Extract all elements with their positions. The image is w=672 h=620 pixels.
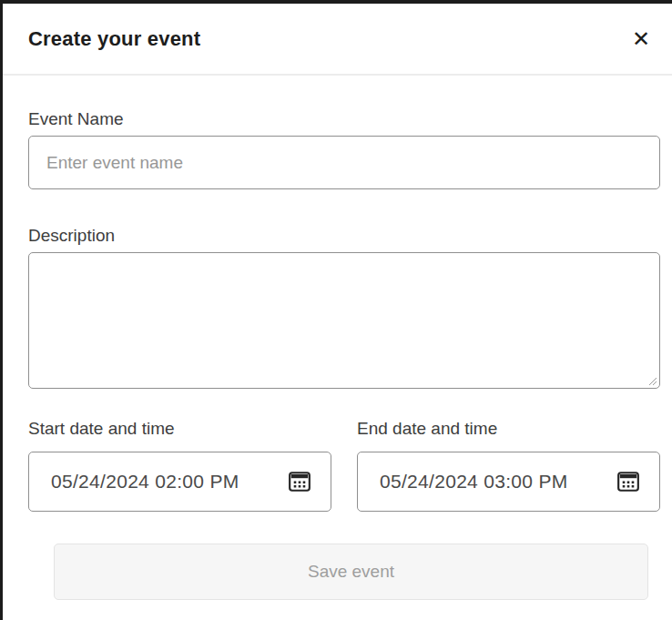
- calendar-icon[interactable]: [286, 468, 313, 495]
- close-icon[interactable]: ✕: [626, 25, 656, 54]
- description-field-wrap: [28, 252, 660, 389]
- calendar-icon[interactable]: [615, 468, 642, 495]
- event-name-label: Event Name: [28, 109, 660, 129]
- start-date-label: Start date and time: [28, 419, 331, 439]
- description-textarea[interactable]: [28, 252, 660, 389]
- end-date-input[interactable]: 05/24/2024 03:00 PM: [357, 452, 660, 512]
- dates-row: Start date and time 05/24/2024 02:00 PM: [28, 419, 660, 512]
- start-date-col: Start date and time 05/24/2024 02:00 PM: [28, 419, 331, 512]
- end-date-label: End date and time: [357, 419, 660, 439]
- save-event-button[interactable]: Save event: [54, 544, 648, 600]
- description-label: Description: [28, 226, 660, 246]
- end-date-value[interactable]: 05/24/2024 03:00 PM: [380, 471, 568, 493]
- modal-header: Create your event ✕: [3, 4, 672, 76]
- end-date-col: End date and time 05/24/2024 03:00 PM: [357, 419, 660, 512]
- modal-title: Create your event: [28, 27, 200, 51]
- resize-grip-icon[interactable]: [647, 375, 657, 386]
- modal-body: Event Name Description Start date and ti…: [3, 109, 672, 600]
- start-date-input[interactable]: 05/24/2024 02:00 PM: [28, 452, 331, 512]
- start-date-value[interactable]: 05/24/2024 02:00 PM: [51, 471, 239, 493]
- event-name-input[interactable]: [28, 136, 660, 189]
- create-event-modal: Create your event ✕ Event Name Descripti…: [0, 0, 672, 620]
